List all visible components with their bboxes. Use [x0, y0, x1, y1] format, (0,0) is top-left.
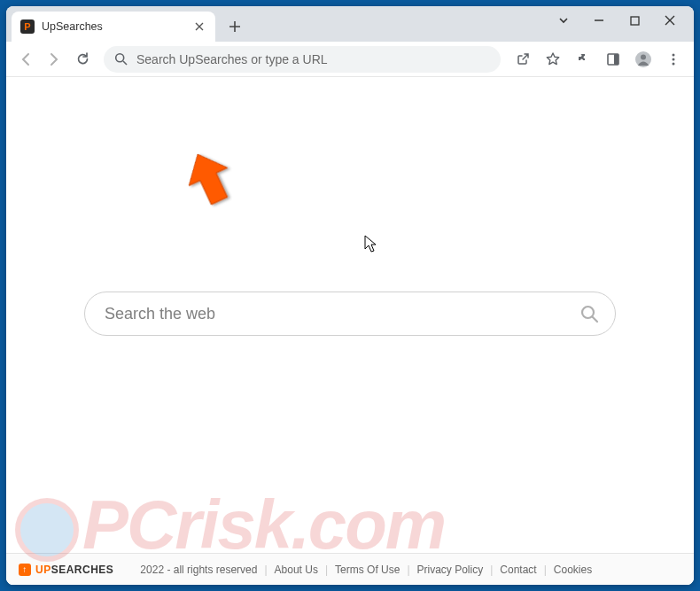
close-window-button[interactable]: [662, 12, 678, 28]
footer-link-about[interactable]: About Us: [275, 564, 318, 576]
close-tab-button[interactable]: [192, 19, 206, 34]
arrow-annotation-icon: [183, 150, 237, 212]
panel-icon: [606, 52, 620, 66]
magnifier-icon: [579, 304, 599, 323]
minimize-button[interactable]: [591, 12, 607, 28]
arrow-right-icon: [46, 51, 62, 67]
tab-search-button[interactable]: [556, 12, 572, 28]
toolbar: [6, 42, 694, 77]
footer-logo-up: UP: [35, 564, 51, 576]
reload-icon: [75, 51, 90, 66]
kebab-icon: [666, 52, 681, 66]
new-tab-button[interactable]: [222, 14, 247, 39]
footer-link-privacy[interactable]: Privacy Policy: [417, 564, 484, 576]
menu-button[interactable]: [660, 46, 687, 73]
page-footer: ↑ UPSEARCHES 2022 - all rights reserved …: [6, 553, 694, 585]
close-icon: [195, 22, 204, 31]
maximize-icon: [630, 16, 640, 26]
cursor-icon: [364, 235, 378, 254]
back-button[interactable]: [13, 47, 38, 72]
share-button[interactable]: [509, 46, 536, 73]
close-icon: [665, 15, 675, 26]
svg-point-7: [673, 58, 675, 60]
minimize-icon: [594, 15, 604, 26]
star-icon: [545, 51, 561, 67]
favicon-icon: P: [20, 19, 35, 34]
tab-title: UpSearches: [42, 20, 103, 33]
address-bar[interactable]: [104, 46, 501, 73]
page-content: ↑ UPSEARCHES 2022 - all rights reserved …: [6, 77, 694, 585]
footer-link-cookies[interactable]: Cookies: [554, 564, 592, 576]
search-box[interactable]: [84, 292, 616, 336]
svg-point-6: [673, 53, 675, 56]
plus-icon: [229, 20, 241, 33]
search-icon: [114, 52, 128, 66]
svg-point-5: [641, 54, 646, 59]
reload-button[interactable]: [70, 47, 95, 72]
maximize-button[interactable]: [626, 12, 642, 28]
chevron-down-icon: [558, 15, 569, 26]
profile-icon: [634, 51, 652, 68]
svg-point-1: [116, 54, 124, 62]
footer-link-contact[interactable]: Contact: [500, 564, 536, 576]
forward-button[interactable]: [42, 47, 66, 72]
footer-logo-mark-icon: ↑: [19, 564, 31, 576]
arrow-left-icon: [18, 51, 34, 67]
search-container: [84, 292, 616, 336]
window-controls: [556, 6, 690, 35]
search-input[interactable]: [105, 305, 579, 323]
favicon-letter: P: [24, 21, 30, 32]
svg-point-8: [673, 62, 675, 65]
footer-link-terms[interactable]: Terms Of Use: [335, 564, 400, 576]
bookmark-button[interactable]: [540, 46, 566, 73]
extensions-button[interactable]: [570, 46, 596, 73]
tab-upsearches[interactable]: P UpSearches: [12, 12, 215, 42]
svg-rect-3: [614, 54, 618, 65]
puzzle-icon: [576, 52, 590, 66]
share-icon: [516, 51, 531, 66]
profile-button[interactable]: [630, 46, 657, 73]
svg-rect-0: [631, 17, 639, 25]
browser-window: P UpSearches: [6, 6, 694, 585]
sidepanel-button[interactable]: [600, 46, 626, 73]
footer-logo: ↑ UPSEARCHES: [19, 564, 113, 576]
tab-strip: P UpSearches: [6, 6, 694, 42]
footer-copyright: 2022 - all rights reserved: [140, 564, 257, 576]
omnibox-input[interactable]: [136, 52, 490, 66]
footer-logo-searches: SEARCHES: [51, 564, 114, 576]
search-submit-button[interactable]: [579, 304, 599, 323]
